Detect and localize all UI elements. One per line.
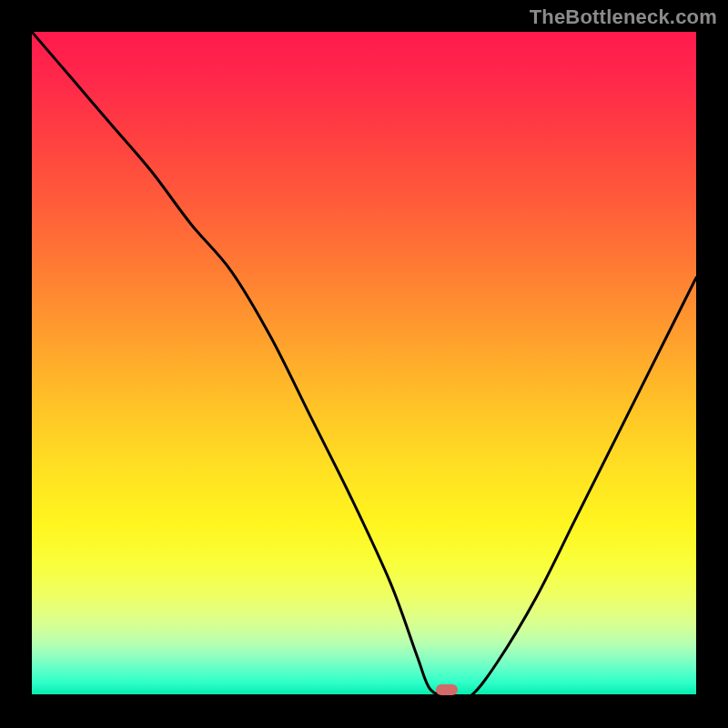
chart-frame: TheBottleneck.com bbox=[0, 0, 728, 728]
watermark-text: TheBottleneck.com bbox=[530, 5, 717, 29]
plot-area bbox=[32, 32, 696, 696]
optimal-marker bbox=[436, 684, 458, 695]
bottleneck-curve bbox=[32, 32, 696, 696]
